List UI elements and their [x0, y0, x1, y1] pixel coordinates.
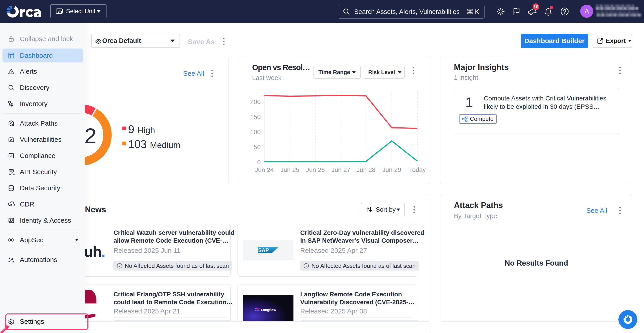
svg-text:Today: Today: [409, 166, 426, 173]
svg-text:200: 200: [250, 98, 261, 106]
svg-text:Langflow: Langflow: [261, 308, 276, 312]
svg-text:SAP: SAP: [258, 248, 269, 253]
svg-text:50: 50: [254, 144, 261, 150]
svg-text:100: 100: [250, 128, 261, 136]
svg-text:Jun 26: Jun 26: [306, 166, 325, 173]
svg-text:Jun 24: Jun 24: [255, 166, 274, 173]
svg-text:0: 0: [257, 159, 261, 166]
svg-text:Jun 28: Jun 28: [356, 166, 375, 173]
svg-text:Jun 25: Jun 25: [280, 166, 299, 173]
svg-text:150: 150: [250, 114, 261, 120]
svg-text:Jun 27: Jun 27: [332, 166, 350, 173]
svg-text:Jun 29: Jun 29: [382, 166, 401, 173]
